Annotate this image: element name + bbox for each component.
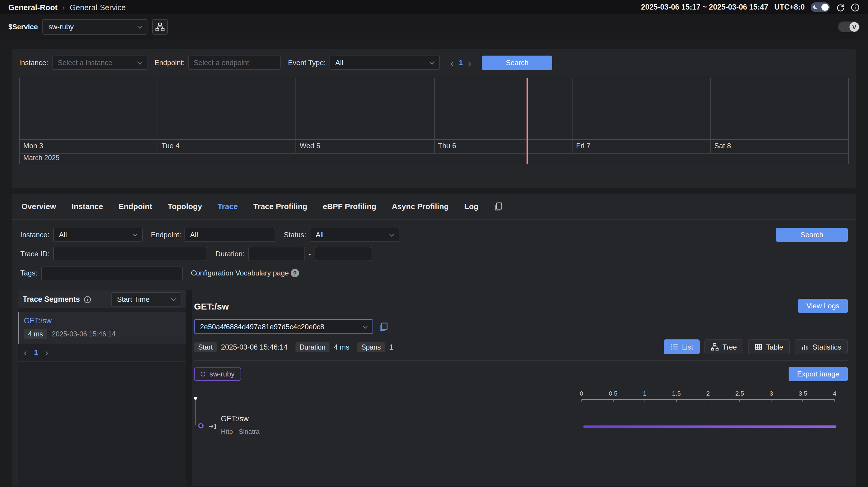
time-range-picker[interactable]: 2025-03-06 15:17 ~ 2025-03-06 15:47 [641,3,768,11]
span-node-dot[interactable] [198,423,204,428]
timeline-day-labels: Mon 3 Tue 4 Wed 5 Thu 6 Fri 7 Sat 8 [20,140,848,153]
prev-page-icon[interactable]: ‹ [24,348,27,357]
event-timeline-chart[interactable]: Mon 3 Tue 4 Wed 5 Thu 6 Fri 7 Sat 8 Marc… [19,78,849,164]
copy-icon[interactable] [494,202,503,211]
trace-title: GET:/sw [194,301,229,311]
tags-input[interactable] [41,266,182,280]
view-mode-tree[interactable]: Tree [705,339,743,354]
tab-overview[interactable]: Overview [22,202,56,211]
start-value: 2025-03-06 15:46:14 [221,343,288,351]
trace-endpoint-label: Endpoint: [151,231,181,239]
tab-instance[interactable]: Instance [72,202,103,211]
event-type-value: All [335,59,343,67]
segments-sort-select[interactable]: Start Time [111,292,182,307]
event-type-select[interactable]: All [329,56,440,70]
service-bar: $Service sw-ruby V [0,15,868,39]
prev-page-icon[interactable]: ‹ [451,58,454,67]
endpoint-dependency-button[interactable] [153,19,168,35]
trace-id-label: Trace ID: [20,250,50,258]
breadcrumb-current[interactable]: General-Service [69,3,126,12]
tab-ebpf-profiling[interactable]: eBPF Profiling [323,202,376,211]
span-duration-bar[interactable] [583,426,836,428]
ruler-tick-label: 0 [580,390,583,397]
view-mode-statistics[interactable]: Statistics [795,339,848,354]
tabs-row: Overview Instance Endpoint Topology Trac… [12,194,856,220]
trace-id-select[interactable]: 2e50a4f6884d497a81e97d5c4c20e0c8 [194,319,373,334]
next-page-icon[interactable]: › [468,58,471,67]
statistics-icon [801,343,809,351]
segment-start-time: 2025-03-06 15:46:14 [52,331,116,338]
time-ruler: 0 0.5 1 1.5 2 2.5 3 3.5 4 [582,390,835,403]
timeline-day-label: Fri 7 [572,140,710,153]
timeline-day-label: Tue 4 [157,140,296,153]
tab-trace[interactable]: Trace [218,202,238,211]
segments-page-number[interactable]: 1 [34,348,38,356]
trace-endpoint-input[interactable] [185,228,276,242]
segments-title: Trace Segments [23,295,80,304]
view-logs-button[interactable]: View Logs [798,299,848,313]
segment-name[interactable]: GET:/sw [24,317,182,325]
panel-splitter[interactable] [186,290,192,486]
timeline-day-column [710,78,848,139]
version-toggle[interactable]: V [838,22,860,32]
dark-mode-toggle[interactable] [811,2,830,12]
service-select[interactable]: sw-ruby [43,19,148,35]
next-page-icon[interactable]: › [45,348,48,357]
segment-duration-badge: 4 ms [24,329,47,339]
chevron-down-icon [137,59,142,64]
timezone-label: UTC+8:0 [774,3,805,11]
trace-search-button[interactable]: Search [776,228,848,242]
tab-endpoint[interactable]: Endpoint [119,202,152,211]
trace-id-input[interactable] [53,247,207,261]
ruler-tick-label: 3 [770,390,773,397]
span-name[interactable]: GET:/sw [221,415,249,423]
help-icon[interactable]: ? [291,269,299,277]
trace-instance-label: Instance: [20,231,49,239]
ruler-tick-label: 1 [643,390,647,397]
table-icon [755,343,763,351]
tab-log[interactable]: Log [464,202,478,211]
tab-topology[interactable]: Topology [168,202,202,211]
duration-min-input[interactable] [248,247,305,261]
refresh-icon[interactable] [836,3,845,12]
timeline-day-column [296,78,434,139]
view-mode-table[interactable]: Table [748,339,790,354]
trace-status-label: Status: [284,231,306,239]
duration-max-input[interactable] [314,247,371,261]
export-image-button[interactable]: Export image [789,367,848,381]
segment-start-dot [194,397,197,400]
event-page-number[interactable]: 1 [459,59,463,67]
trace-status-select[interactable]: All [310,228,399,242]
event-type-label: Event Type: [288,59,326,67]
event-search-button[interactable]: Search [482,56,553,70]
event-instance-placeholder: Select a instance [58,59,112,67]
service-detail-panel: Overview Instance Endpoint Topology Trac… [12,194,856,486]
ruler-ticks [582,399,835,402]
skywalking-dashboard: General-Root › General-Service 2025-03-0… [0,0,868,487]
segment-list-item[interactable]: GET:/sw 4 ms 2025-03-06 15:46:14 [18,312,186,344]
breadcrumb-root[interactable]: General-Root [8,3,58,12]
vocabulary-link[interactable]: Configuration Vocabulary page [191,269,289,277]
info-icon[interactable] [851,3,860,12]
tree-icon [711,343,719,351]
segments-sort-value: Start Time [117,295,150,304]
top-header: General-Root › General-Service 2025-03-0… [0,0,868,15]
segments-info-icon[interactable] [84,295,91,303]
event-endpoint-input[interactable] [188,56,281,70]
current-time-marker [527,78,528,164]
chevron-down-icon [389,232,394,237]
tab-trace-profiling[interactable]: Trace Profiling [253,202,307,211]
view-mode-list[interactable]: List [664,339,700,354]
span-entry-icon [208,423,216,430]
trace-instance-select[interactable]: All [53,228,143,242]
copy-trace-id-icon[interactable] [378,322,388,331]
event-instance-select[interactable]: Select a instance [52,56,147,70]
trace-status-value: All [316,231,324,239]
start-badge: Start [194,342,217,352]
event-endpoint-label: Endpoint: [154,59,184,67]
tab-async-profiling[interactable]: Async Profiling [392,202,449,211]
service-tag[interactable]: sw-ruby [194,368,241,381]
list-icon [671,343,678,351]
timeline-day-column [157,78,296,139]
spans-value: 1 [389,343,393,351]
